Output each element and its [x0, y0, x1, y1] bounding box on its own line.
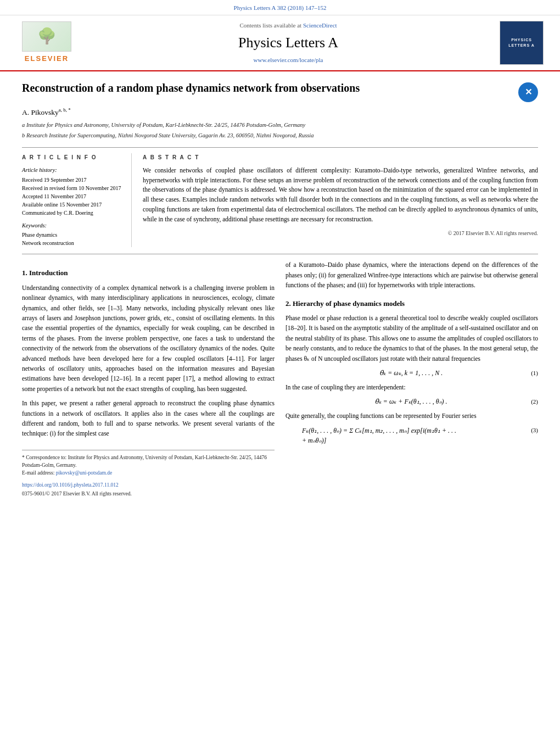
footnote-area: * Correspondence to: Institute for Physi…	[22, 450, 275, 498]
section1-para1: Understanding connectivity of a complex …	[22, 283, 275, 394]
keyword-1: Phase dynamics	[22, 231, 124, 239]
eq2-content: θ̇ₖ = ωₖ + Fₖ(θ₁, . . . , θₙ) .	[296, 397, 525, 406]
author-name: A. Pikovsky	[22, 108, 59, 116]
contents-line: Contents lists available at ScienceDirec…	[77, 21, 500, 30]
email-label: E-mail address:	[22, 470, 54, 476]
interdependent-text: In the case of coupling they are interde…	[285, 382, 538, 392]
divider-2	[22, 254, 538, 254]
equation-1: θ̇ₖ = ωₖ, k = 1, . . . , N . (1)	[296, 368, 538, 378]
eq1-math: θ̇ₖ = ωₖ, k = 1, . . . , N .	[379, 369, 443, 377]
equation-2: θ̇ₖ = ωₖ + Fₖ(θ₁, . . . , θₙ) . (2)	[296, 397, 538, 406]
abstract-column: A B S T R A C T We consider networks of …	[143, 153, 538, 248]
eq3-line2: + mₙθₙ)]	[302, 436, 525, 445]
journal-logo-right: PHYSICSLETTERS A	[500, 21, 544, 65]
journal-title: Physics Letters A	[77, 32, 500, 53]
journal-center: Contents lists available at ScienceDirec…	[77, 21, 500, 65]
section2-para2: Phase model or phase reduction is a gene…	[285, 313, 538, 364]
elsevier-logo-image	[22, 21, 71, 52]
right-intro-para: of a Kuramoto–Daido phase dynamics, wher…	[285, 260, 538, 290]
keyword-2: Network reconstruction	[22, 239, 124, 247]
paper-body: Reconstruction of a random phase dynamic…	[0, 71, 560, 509]
communicated-by: Communicated by C.R. Doering	[22, 209, 124, 217]
available-online-date: Available online 15 November 2017	[22, 201, 124, 209]
elsevier-logo: ELSEVIER	[16, 21, 77, 64]
email-address[interactable]: pikovsky@uni-potsdam.de	[56, 470, 112, 476]
divider-1	[22, 147, 538, 148]
right-column: of a Kuramoto–Daido phase dynamics, wher…	[285, 260, 538, 498]
accepted-date: Accepted 11 November 2017	[22, 193, 124, 200]
footnote-correspondence: * Correspondence to: Institute for Physi…	[22, 454, 275, 470]
paper-title: Reconstruction of a random phase dynamic…	[22, 80, 513, 96]
left-column: 1. Introduction Understanding connectivi…	[22, 260, 275, 498]
section2-title: 2. Hierarchy of phase dynamics models	[285, 298, 538, 309]
eq3-line1: Fₖ(θ₁, . . . , θₙ) = Σ Cₖ[m₁, m₂, . . . …	[302, 426, 525, 436]
equation-3: Fₖ(θ₁, . . . , θₙ) = Σ Cₖ[m₁, m₂, . . . …	[296, 426, 538, 445]
fourier-text: Quite generally, the coupling functions …	[285, 411, 538, 421]
author-line: A. Pikovskya, b, *	[22, 107, 538, 118]
citation-bar: Physics Letters A 382 (2018) 147–152	[0, 0, 560, 15]
sciencedirect-link[interactable]: ScienceDirect	[303, 22, 337, 29]
contents-label: Contents lists available at	[239, 22, 301, 29]
article-info-abstract: A R T I C L E I N F O Article history: R…	[22, 153, 538, 248]
affiliation-a: a Institute for Physics and Astronomy, U…	[22, 121, 538, 130]
article-info-column: A R T I C L E I N F O Article history: R…	[22, 153, 132, 248]
eq3-number: (3)	[531, 426, 538, 435]
affiliations: a Institute for Physics and Astronomy, U…	[22, 121, 538, 141]
journal-url[interactable]: www.elsevier.com/locate/pla	[77, 55, 500, 65]
elsevier-brand: ELSEVIER	[25, 53, 69, 64]
eq1-number: (1)	[531, 369, 538, 378]
footnote-email: E-mail address: pikovsky@uni-potsdam.de	[22, 469, 275, 477]
article-info-header: A R T I C L E I N F O	[22, 153, 124, 161]
journal-header: ELSEVIER Contents lists available at Sci…	[0, 15, 560, 71]
keywords-label: Keywords:	[22, 221, 124, 230]
journal-logo-text: PHYSICSLETTERS A	[506, 35, 537, 49]
received-revised-date: Received in revised form 10 November 201…	[22, 185, 124, 192]
crossmark-icon: ✕	[518, 82, 538, 102]
eq2-math: θ̇ₖ = ωₖ + Fₖ(θ₁, . . . , θₙ) .	[375, 398, 447, 405]
doi-link[interactable]: https://doi.org/10.1016/j.physleta.2017.…	[22, 482, 119, 488]
main-content: 1. Introduction Understanding connectivi…	[22, 260, 538, 498]
received-date: Received 19 September 2017	[22, 176, 124, 184]
abstract-text: We consider networks of coupled phase os…	[143, 166, 538, 225]
history-label: Article history:	[22, 166, 124, 175]
eq1-content: θ̇ₖ = ωₖ, k = 1, . . . , N .	[296, 368, 525, 378]
issn-line: 0375-9601/© 2017 Elsevier B.V. All right…	[22, 490, 275, 498]
abstract-header: A B S T R A C T	[143, 153, 538, 161]
citation-text: Physics Letters A 382 (2018) 147–152	[234, 4, 327, 11]
eq2-number: (2)	[531, 397, 538, 406]
copyright-line: © 2017 Elsevier B.V. All rights reserved…	[143, 229, 538, 237]
affiliation-b: b Research Institute for Supercomputing,…	[22, 131, 538, 141]
eq3-content: Fₖ(θ₁, . . . , θₙ) = Σ Cₖ[m₁, m₂, . . . …	[296, 426, 525, 445]
section1-para2: In this paper, we present a rather gener…	[22, 398, 275, 439]
section1-title: 1. Introduction	[22, 267, 275, 278]
author-superscripts: a, b, *	[59, 107, 71, 113]
